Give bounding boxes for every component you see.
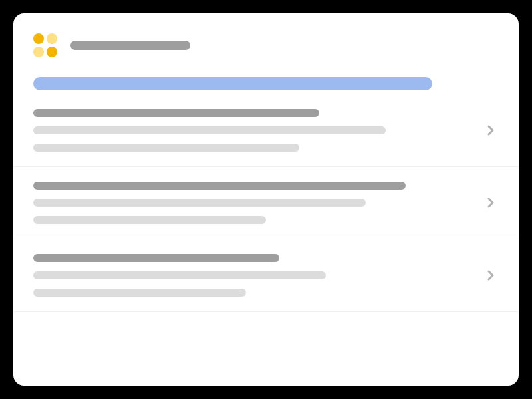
list-item-content <box>33 182 469 224</box>
list-item-line <box>33 199 366 207</box>
list-item-line <box>33 144 299 152</box>
list-item-content <box>33 254 469 297</box>
logo-dot-2 <box>47 33 57 44</box>
list-item[interactable] <box>13 167 519 239</box>
list <box>13 109 519 312</box>
list-item-line <box>33 126 386 134</box>
logo-dot-3 <box>33 47 44 57</box>
highlight-banner <box>33 77 432 90</box>
logo-icon <box>33 33 57 57</box>
logo-dot-1 <box>33 33 44 44</box>
card <box>13 13 519 386</box>
page-title <box>70 41 190 50</box>
header <box>13 33 519 57</box>
list-item-line <box>33 216 266 224</box>
chevron-right-icon <box>483 195 499 211</box>
list-item-title <box>33 109 319 117</box>
chevron-right-icon <box>483 267 499 283</box>
list-item[interactable] <box>13 239 519 312</box>
list-item[interactable] <box>13 109 519 167</box>
list-item-title <box>33 182 406 190</box>
list-item-content <box>33 109 469 152</box>
chevron-right-icon <box>483 122 499 138</box>
logo-dot-4 <box>47 47 57 57</box>
list-item-title <box>33 254 279 262</box>
list-item-line <box>33 271 326 279</box>
list-item-line <box>33 289 246 297</box>
